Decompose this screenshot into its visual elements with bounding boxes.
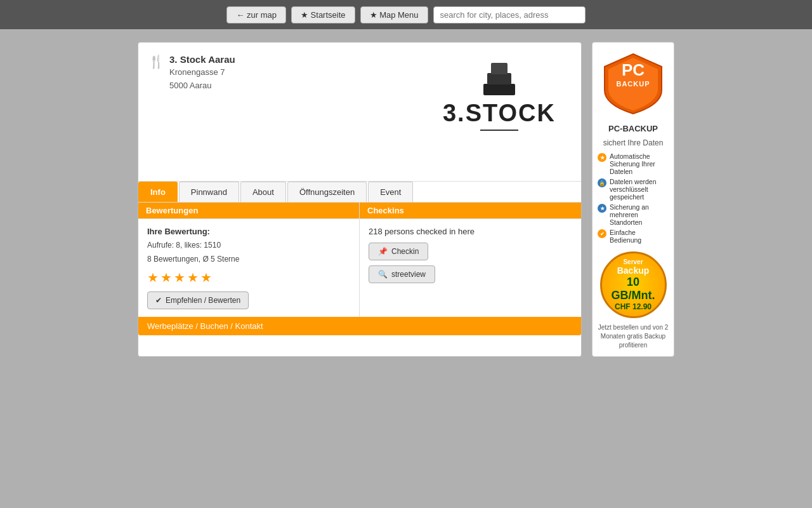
tab-pinnwand[interactable]: Pinnwand xyxy=(179,182,239,202)
main-layout: 🍴 3. Stock Aarau Kronengasse 7 5000 Aara… xyxy=(0,29,812,370)
checkin-pin-icon: 📌 xyxy=(378,247,388,256)
shield-backup-text: BACKUP xyxy=(616,80,650,88)
tab-about[interactable]: About xyxy=(240,182,286,202)
stars-row: ★ ★ ★ ★ ★ xyxy=(147,270,350,285)
map-menu-label: ★ Map Menu xyxy=(370,10,419,20)
checkmark-icon: ✔ xyxy=(155,296,162,305)
logo-squares-icon xyxy=(477,55,521,100)
feature-icon-3: ★ xyxy=(598,204,606,213)
bewertungen-count: 8 Bewertungen, Ø 5 Sterne xyxy=(147,253,350,267)
fork-knife-icon: 🍴 xyxy=(148,54,164,69)
logo-text: 3.STOCK xyxy=(443,100,556,127)
tab-event[interactable]: Event xyxy=(368,182,413,202)
svg-rect-1 xyxy=(487,73,511,84)
server-backup-text: Backup xyxy=(617,265,650,276)
top-navigation: ← zur map ★ Startseite ★ Map Menu xyxy=(0,0,812,29)
ad-feature-1: ★ Automatische Sicherung Ihrer Datelen xyxy=(598,152,669,175)
ihre-bewertung-label: Ihre Bewertung: xyxy=(147,227,350,236)
checkins-content: 218 persons checked in here 📌 Checkin 🔍 … xyxy=(360,219,581,317)
star-4: ★ xyxy=(187,270,199,285)
star-3: ★ xyxy=(174,270,185,285)
streetview-button[interactable]: 🔍 streetview xyxy=(369,265,435,283)
server-gb: 10 GB/Mnt. xyxy=(607,276,660,302)
aufrufe-text: Aufrufe: 8, likes: 1510 xyxy=(147,239,350,253)
footer-bar[interactable]: Werbeplätze / Buchen / Kontakt xyxy=(138,317,581,335)
ad-feature-2: 🔒 Datelen werden verschlüsselt gespeiche… xyxy=(598,178,669,201)
checkins-header: Checkins xyxy=(360,203,581,218)
feature-text-4: Einfache Bedienung xyxy=(610,229,669,244)
svg-rect-2 xyxy=(491,63,508,74)
svg-rect-0 xyxy=(483,84,515,95)
ad-panel: PC BACKUP PC-BACKUP sichert Ihre Daten ★… xyxy=(592,42,674,357)
venue-name: 3. Stock Aarau xyxy=(169,53,235,66)
shield-pc-text: PC xyxy=(616,60,650,80)
bewertungen-content: Ihre Bewertung: Aufrufe: 8, likes: 1510 … xyxy=(138,219,360,317)
feature-text-2: Datelen werden verschlüsselt gespeichert xyxy=(610,178,669,201)
zur-map-button[interactable]: ← zur map xyxy=(226,6,286,23)
server-backup-badge: Server Backup 10 GB/Mnt. CHF 12.90 xyxy=(600,251,667,318)
feature-text-3: Sicherung an mehreren Standorten xyxy=(610,203,669,226)
tab-offnungszeiten[interactable]: Öffnungszeiten xyxy=(287,182,367,202)
ad-title: PC-BACKUP xyxy=(608,124,658,133)
bewertungen-header: Bewertungen xyxy=(138,203,359,218)
empfehlen-label: Empfehlen / Bewerten xyxy=(166,296,240,305)
logo-divider xyxy=(480,130,518,131)
checkin-count-text: 218 persons checked in here xyxy=(369,227,572,236)
empfehlen-button[interactable]: ✔ Empfehlen / Bewerten xyxy=(147,291,249,309)
star-1: ★ xyxy=(147,270,159,285)
zur-map-label: ← zur map xyxy=(236,10,277,20)
star-5: ★ xyxy=(200,270,212,285)
venue-street: Kronengasse 7 xyxy=(169,66,235,79)
pc-backup-shield: PC BACKUP xyxy=(598,49,668,119)
feature-icon-4: ✔ xyxy=(598,229,606,238)
section-headers-row: Bewertungen Checkins xyxy=(138,203,581,219)
section-right-header: Checkins xyxy=(360,203,581,218)
ad-footer-text: Jetzt bestellen und von 2 Monaten gratis… xyxy=(598,323,669,350)
feature-text-1: Automatische Sicherung Ihrer Datelen xyxy=(610,152,669,175)
venue-info: 🍴 3. Stock Aarau Kronengasse 7 5000 Aara… xyxy=(148,53,235,93)
map-menu-button[interactable]: ★ Map Menu xyxy=(360,6,428,23)
logo-area: 🍴 3. Stock Aarau Kronengasse 7 5000 Aara… xyxy=(138,43,581,176)
streetview-search-icon: 🔍 xyxy=(378,270,388,279)
venue-city: 5000 Aarau xyxy=(169,79,235,93)
server-title: Server xyxy=(623,258,643,265)
tab-info[interactable]: Info xyxy=(138,182,178,202)
server-price: CHF 12.90 xyxy=(615,302,652,311)
startseite-button[interactable]: ★ Startseite xyxy=(291,6,355,23)
startseite-label: ★ Startseite xyxy=(301,10,346,20)
venue-logo: 3.STOCK xyxy=(443,55,556,131)
ad-features-list: ★ Automatische Sicherung Ihrer Datelen 🔒… xyxy=(598,152,669,246)
venue-card: 🍴 3. Stock Aarau Kronengasse 7 5000 Aara… xyxy=(138,42,582,357)
tabs-bar: Info Pinnwand About Öffnungszeiten Event xyxy=(138,181,581,203)
streetview-label: streetview xyxy=(391,270,426,279)
shield-text: PC BACKUP xyxy=(616,60,650,88)
checkin-label: Checkin xyxy=(391,247,419,256)
star-2: ★ xyxy=(160,270,172,285)
ad-feature-3: ★ Sicherung an mehreren Standorten xyxy=(598,203,669,226)
checkin-button[interactable]: 📌 Checkin xyxy=(369,243,428,260)
section-left-header: Bewertungen xyxy=(138,203,360,218)
feature-icon-2: 🔒 xyxy=(598,178,606,187)
feature-icon-1: ★ xyxy=(598,153,606,162)
footer-bar-label: Werbeplätze / Buchen / Kontakt xyxy=(147,321,263,331)
ad-feature-4: ✔ Einfache Bedienung xyxy=(598,229,669,244)
search-input[interactable] xyxy=(433,6,586,23)
ad-subtitle: sichert Ihre Daten xyxy=(603,138,664,147)
logo-svg-container: 3.STOCK xyxy=(443,55,556,131)
content-area: Ihre Bewertung: Aufrufe: 8, likes: 1510 … xyxy=(138,219,581,317)
